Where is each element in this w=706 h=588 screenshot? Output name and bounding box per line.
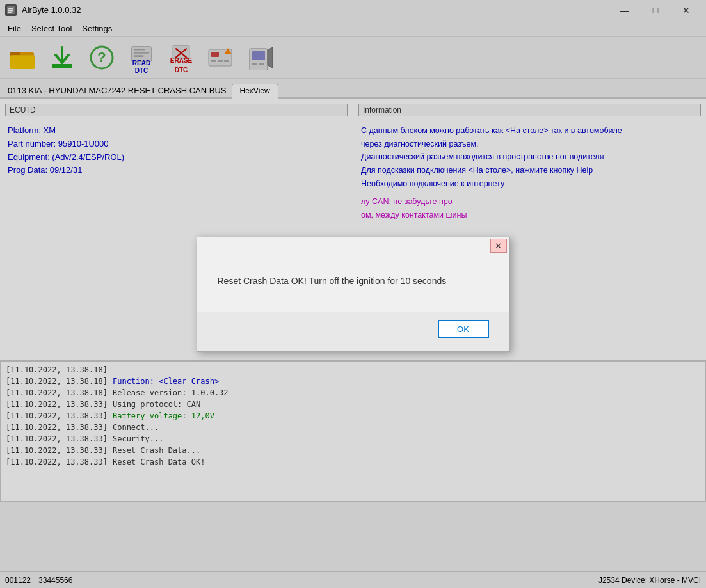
dialog-close-button[interactable]: ✕ (490, 239, 507, 253)
dialog: ✕ Reset Crash Data OK! Turn off the igni… (197, 237, 510, 352)
dialog-footer: OK (197, 312, 509, 351)
dialog-titlebar: ✕ (197, 237, 509, 255)
dialog-message: Reset Crash Data OK! Turn off the igniti… (218, 276, 447, 286)
dialog-ok-button[interactable]: OK (438, 320, 489, 338)
dialog-body: Reset Crash Data OK! Turn off the igniti… (197, 255, 509, 312)
dialog-overlay: ✕ Reset Crash Data OK! Turn off the igni… (0, 0, 706, 588)
